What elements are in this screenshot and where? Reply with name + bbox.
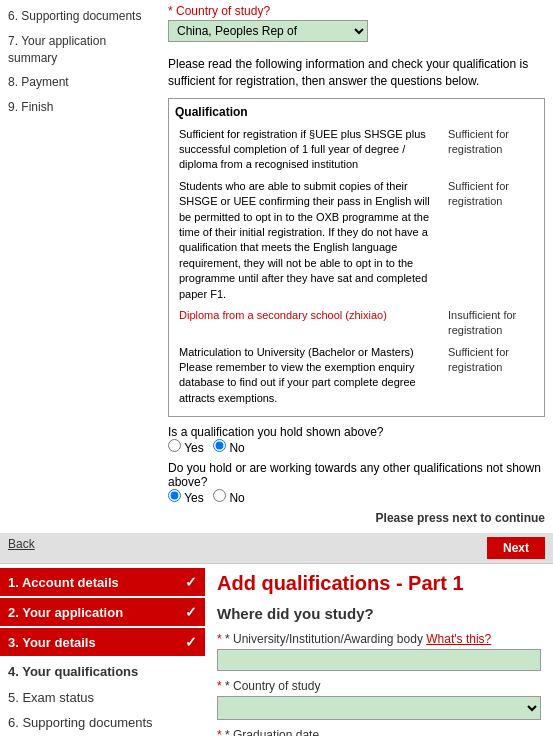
- your-details-label: 3. Your details: [8, 635, 96, 650]
- sidebar-item-exam-status[interactable]: 5. Exam status: [0, 685, 205, 710]
- qual-text-3: Diploma from a secondary school (zhixiao…: [179, 309, 387, 321]
- star-university: *: [217, 632, 225, 646]
- qualification-box: Qualification Sufficient for registratio…: [168, 98, 545, 418]
- qualifications-label: 4. Your qualifications: [8, 664, 138, 679]
- question2-group: Do you hold or are working towards any o…: [168, 461, 545, 505]
- where-study-title: Where did you study?: [217, 605, 541, 622]
- q2-no-label: No: [229, 491, 244, 505]
- press-next-text: Please press next to continue: [168, 511, 545, 525]
- qual-title: Qualification: [175, 105, 538, 119]
- q2-yes-label: Yes: [184, 491, 204, 505]
- content-top: * Country of study? China, Peoples Rep o…: [160, 0, 553, 533]
- info-text: Please read the following information an…: [168, 56, 545, 90]
- sidebar-item-your-application[interactable]: 2. Your application ✓: [0, 598, 205, 626]
- q1-no-label: No: [229, 441, 244, 455]
- back-link-top[interactable]: Back: [8, 537, 35, 559]
- q1-yes-radio[interactable]: [168, 439, 181, 452]
- sidebar-item-supporting-docs[interactable]: 6. Supporting documents: [0, 4, 160, 29]
- account-details-label: 1. Account details: [8, 575, 119, 590]
- next-button[interactable]: Next: [487, 537, 545, 559]
- sidebar-bottom: 1. Account details ✓ 2. Your application…: [0, 564, 205, 736]
- sidebar-item-finish[interactable]: 9. Finish: [0, 95, 160, 120]
- sidebar-item-supporting-docs-bottom[interactable]: 6. Supporting documents: [0, 710, 205, 735]
- graduation-label: * * Graduation date: [217, 728, 541, 736]
- sidebar-item-payment[interactable]: 8. Payment: [0, 70, 160, 95]
- country-label-bottom: * * Country of study: [217, 679, 541, 693]
- university-input[interactable]: [217, 649, 541, 671]
- q1-yes-label: Yes: [184, 441, 204, 455]
- sidebar-item-qualifications[interactable]: 4. Your qualifications: [0, 658, 205, 685]
- nav-buttons-top: Back Next: [0, 533, 553, 563]
- qual-text-1: Sufficient for registration if §UEE plus…: [177, 125, 444, 175]
- your-application-label: 2. Your application: [8, 605, 123, 620]
- checkmark-2: ✓: [185, 604, 197, 620]
- whats-this-link[interactable]: What's this?: [426, 632, 491, 646]
- qual-text-4: Matriculation to University (Bachelor or…: [177, 343, 444, 409]
- country-study-select[interactable]: China, Peoples Rep of: [168, 20, 368, 42]
- star-country: *: [217, 679, 225, 693]
- country-select-bottom[interactable]: [217, 696, 541, 720]
- qual-table: Sufficient for registration if §UEE plus…: [175, 123, 538, 411]
- university-label: * * University/Institution/Awarding body…: [217, 632, 541, 646]
- country-study-label: * Country of study?: [168, 4, 545, 18]
- sidebar-item-account-details[interactable]: 1. Account details ✓: [0, 568, 205, 596]
- q2-no-radio[interactable]: [213, 489, 226, 502]
- status-2: Sufficient for registration: [446, 177, 536, 304]
- question1-text: Is a qualification you hold shown above?: [168, 425, 383, 439]
- sidebar-top: 6. Supporting documents 7. Your applicat…: [0, 0, 160, 533]
- table-row: Matriculation to University (Bachelor or…: [177, 343, 536, 409]
- add-qual-title: Add qualifications - Part 1: [217, 572, 541, 595]
- sidebar-item-your-details[interactable]: 3. Your details ✓: [0, 628, 205, 656]
- table-row: Students who are able to submit copies o…: [177, 177, 536, 304]
- q1-no-radio[interactable]: [213, 439, 226, 452]
- status-1: Sufficient for registration: [446, 125, 536, 175]
- content-bottom: Add qualifications - Part 1 Where did yo…: [205, 564, 553, 736]
- star-grad: *: [217, 728, 225, 736]
- table-row: Sufficient for registration if §UEE plus…: [177, 125, 536, 175]
- q2-yes-radio[interactable]: [168, 489, 181, 502]
- question2-text: Do you hold or are working towards any o…: [168, 461, 541, 489]
- sidebar-item-app-summary[interactable]: 7. Your application summary: [0, 29, 160, 71]
- status-4: Sufficient for registration: [446, 343, 536, 409]
- table-row: Diploma from a secondary school (zhixiao…: [177, 306, 536, 341]
- checkmark-1: ✓: [185, 574, 197, 590]
- status-3: Insufficient for registration: [446, 306, 536, 341]
- qual-text-2: Students who are able to submit copies o…: [177, 177, 444, 304]
- checkmark-3: ✓: [185, 634, 197, 650]
- question1-group: Is a qualification you hold shown above?…: [168, 425, 545, 455]
